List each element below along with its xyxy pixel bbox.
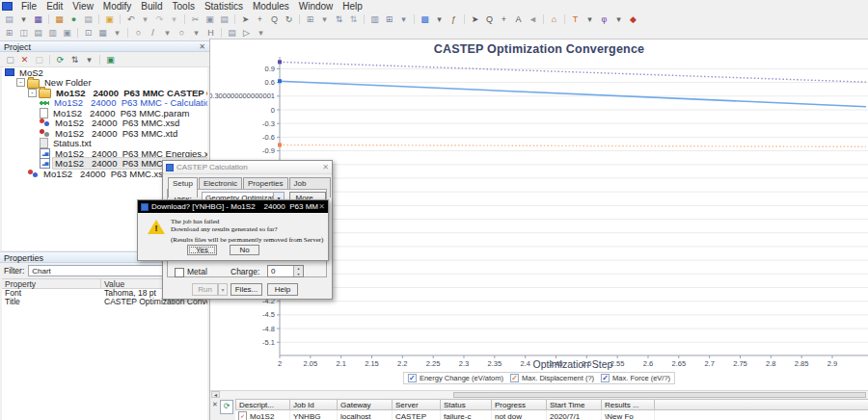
filter-rows-icon[interactable]: ▾	[397, 13, 410, 25]
metal-checkbox[interactable]	[175, 268, 184, 277]
save-all-icon[interactable]: ▦	[53, 13, 66, 25]
tile-vertical-icon[interactable]: ◫	[17, 27, 30, 39]
spinner-arrows-icon[interactable]: ▴▾	[293, 266, 303, 276]
open-containing-folder-icon[interactable]: ▣	[104, 54, 117, 66]
charge-spinner[interactable]: 0 ▴▾	[267, 265, 304, 277]
item-properties-icon[interactable]: ▢	[33, 54, 45, 66]
expander-icon[interactable]	[16, 78, 25, 87]
tree-item[interactable]: Mo1S2 24000 P63 MMC CASTEP GeomOpt	[2, 88, 207, 98]
download-dialog-titlebar[interactable]: Download? [YNHBG] - Mo1S2 24000 P63 MMC …	[138, 200, 328, 213]
recenter-tool-icon[interactable]: ◄	[527, 13, 539, 25]
new-item-icon[interactable]: ▢	[4, 54, 16, 66]
modules-dropdown-icon[interactable]: ▾	[433, 13, 446, 25]
jobs-column-header[interactable]: Job Id	[290, 399, 338, 410]
translate-tool-icon[interactable]: +	[498, 13, 510, 25]
label-view-dropdown-icon[interactable]: ▾	[318, 13, 331, 25]
tree-item[interactable]: Mo1S2 24000 P63 MMC.xsd	[2, 118, 207, 129]
menu-window[interactable]: Window	[294, 1, 339, 12]
tab-setup[interactable]: Setup	[168, 177, 198, 197]
undo-icon[interactable]: ↶	[124, 13, 137, 25]
menu-edit[interactable]: Edit	[41, 1, 68, 12]
menu-file[interactable]: File	[16, 1, 41, 12]
jobs-column-header[interactable]: Results ...	[602, 399, 655, 410]
close-view-icon[interactable]: ▣	[61, 27, 73, 39]
chart-view-icon[interactable]: ▥	[368, 13, 381, 25]
help-button[interactable]: Help	[267, 283, 298, 296]
tree-item[interactable]: Mo1S2 24000 P63 MMC.param	[2, 108, 207, 118]
rotate-tool-icon[interactable]: A	[512, 13, 525, 25]
split-view-icon[interactable]: ▥	[46, 27, 59, 39]
sort-descending-icon[interactable]: ⇅	[347, 13, 360, 25]
sort-items-dropdown-icon[interactable]: ▾	[83, 54, 95, 66]
link-windows-icon[interactable]: ▦	[96, 27, 109, 39]
jobs-column-header[interactable]: Status	[441, 399, 492, 410]
zoom-tool-icon[interactable]: Q	[483, 13, 496, 25]
close-icon[interactable]	[318, 202, 325, 211]
new-document-dropdown-icon[interactable]: ▾	[17, 13, 30, 25]
zoom-mode-icon[interactable]: Q	[268, 13, 281, 25]
color-tool-icon[interactable]: ◆	[627, 13, 639, 25]
sketch-ring-dropdown-icon[interactable]: ▾	[190, 27, 203, 39]
link-windows-dropdown-icon[interactable]: ▾	[111, 27, 123, 39]
jobs-column-header[interactable]: Start Time	[547, 399, 602, 410]
open-project-icon[interactable]: ▣	[103, 13, 116, 25]
save-icon[interactable]: ▦	[32, 13, 44, 25]
legend-checkbox-icon[interactable]: ✓	[408, 374, 417, 382]
print-icon[interactable]: ▤	[82, 13, 95, 25]
delete-item-icon[interactable]: ✕	[18, 54, 31, 66]
menu-statistics[interactable]: Statistics	[200, 1, 248, 12]
close-icon[interactable]	[322, 163, 329, 171]
jobs-table-row[interactable]: Mo1S2YNHBGlocalhostCASTEPfailure-cnot do…	[235, 410, 868, 420]
legend-checkbox-icon[interactable]: ✓	[601, 374, 610, 382]
manage-files-icon[interactable]: ●	[68, 13, 80, 25]
jobs-column-header[interactable]: Progress	[492, 399, 547, 410]
home-view-icon[interactable]: ⌂	[548, 13, 560, 25]
text-annotation-dropdown-icon[interactable]: ▾	[583, 13, 596, 25]
tree-item[interactable]: New Folder	[2, 78, 207, 89]
selection-arrow-icon[interactable]: ➤	[469, 13, 481, 25]
column-header-property[interactable]: Property	[2, 278, 101, 289]
no-button[interactable]: No	[230, 245, 259, 255]
yes-button[interactable]: Yes	[187, 245, 217, 255]
sort-items-icon[interactable]: ⇅	[68, 54, 81, 66]
sketch-bond-dropdown-icon[interactable]: ▾	[161, 27, 174, 39]
castep-dialog-titlebar[interactable]: CASTEP Calculation	[163, 161, 332, 174]
text-annotation-icon[interactable]: T	[569, 13, 582, 25]
copy-icon[interactable]: ▣	[203, 13, 216, 25]
sort-ascending-icon[interactable]: ⇅	[333, 13, 345, 25]
jobs-refresh-icon[interactable]	[220, 400, 233, 414]
new-document-icon[interactable]: ▤	[3, 13, 15, 25]
table-view-icon[interactable]: ⊞	[383, 13, 395, 25]
menu-help[interactable]: Help	[338, 1, 367, 12]
redo-icon[interactable]: ↷	[153, 13, 166, 25]
style-tool-icon[interactable]: φ	[598, 13, 610, 25]
tree-item[interactable]: Mo1S2 24000 P63 MMC - Calculation	[2, 98, 207, 109]
jobs-column-header[interactable]: Server	[393, 399, 441, 410]
modules-icon[interactable]: ▩	[419, 13, 431, 25]
tree-item[interactable]: Mo1S2 24000 P63 MMC Energies.xcd	[2, 148, 207, 159]
tile-horizontal-icon[interactable]: ⊞	[3, 27, 15, 39]
script-function-icon[interactable]: ƒ	[448, 13, 460, 25]
sketch-bond-icon[interactable]: /	[147, 27, 159, 39]
tree-item[interactable]: Mo1S2 24000 P63 MMC.xtd	[2, 128, 207, 139]
run-script-dropdown-icon[interactable]: ▾	[255, 27, 267, 39]
redo-dropdown-icon[interactable]: ▾	[168, 13, 180, 25]
rotate-mode-icon[interactable]: ↻	[283, 13, 295, 25]
menu-view[interactable]: View	[68, 1, 98, 12]
select-mode-icon[interactable]: ➤	[239, 13, 252, 25]
menu-modify[interactable]: Modify	[98, 1, 136, 12]
adjust-hydrogens-icon[interactable]: H	[204, 27, 217, 39]
menu-build[interactable]: Build	[136, 1, 167, 12]
expander-icon[interactable]	[28, 89, 37, 97]
label-view-icon[interactable]: ⊞	[304, 13, 316, 25]
sketch-atom-icon[interactable]: ○	[132, 27, 145, 39]
copy-as-script-icon[interactable]: ▤	[226, 27, 238, 39]
new-3d-window-icon[interactable]: ⊡	[82, 27, 95, 39]
sketch-ring-icon[interactable]: ○	[176, 27, 188, 39]
move-mode-icon[interactable]: +	[254, 13, 266, 25]
menu-modules[interactable]: Modules	[248, 1, 294, 12]
jobs-close-icon[interactable]	[212, 401, 218, 408]
style-tool-dropdown-icon[interactable]: ▾	[612, 13, 625, 25]
legend-checkbox-icon[interactable]: ✓	[510, 374, 519, 382]
paste-icon[interactable]: ▤	[218, 13, 231, 25]
